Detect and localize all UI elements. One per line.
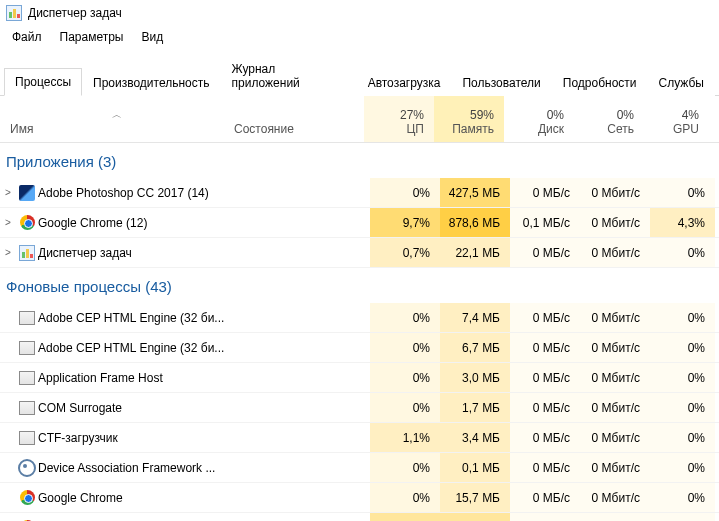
process-row[interactable]: Adobe CEP HTML Engine (32 би... 0% 7,4 М… xyxy=(0,303,719,333)
net-cell: 0 Мбит/с xyxy=(580,303,650,332)
expand-toggle xyxy=(0,483,16,512)
process-icon xyxy=(16,453,38,482)
net-cell: 0 Мбит/с xyxy=(580,453,650,482)
gpu-cell: 0% xyxy=(650,333,715,362)
process-state xyxy=(230,453,370,482)
process-row[interactable]: > Adobe Photoshop CC 2017 (14) 0% 427,5 … xyxy=(0,178,719,208)
disk-cell: 0 МБ/с xyxy=(510,178,580,207)
expand-toggle xyxy=(0,393,16,422)
tab-performance[interactable]: Производительность xyxy=(82,69,220,96)
mem-cell: 22,1 МБ xyxy=(440,238,510,267)
group-background[interactable]: Фоновые процессы (43) xyxy=(0,268,719,303)
tab-processes[interactable]: Процессы xyxy=(4,68,82,96)
net-cell: 0 Мбит/с xyxy=(580,483,650,512)
net-cell: 0 Мбит/с xyxy=(580,178,650,207)
disk-cell: 0 МБ/с xyxy=(510,333,580,362)
net-cell: 0 Мбит/с xyxy=(580,513,650,521)
task-manager-icon xyxy=(6,5,22,21)
disk-cell: 0 МБ/с xyxy=(510,513,580,521)
process-icon xyxy=(16,363,38,392)
task-manager-icon xyxy=(19,245,35,261)
gpu-cell: 0% xyxy=(650,453,715,482)
header-disk[interactable]: 0% Диск xyxy=(504,96,574,142)
process-row[interactable]: CTF-загрузчик 1,1% 3,4 МБ 0 МБ/с 0 Мбит/… xyxy=(0,423,719,453)
process-icon xyxy=(16,208,38,237)
process-row[interactable]: Google Chrome 5,0% 75,8 МБ 0 МБ/с 0 Мбит… xyxy=(0,513,719,521)
tab-services[interactable]: Службы xyxy=(648,69,715,96)
expand-toggle[interactable]: > xyxy=(0,238,16,267)
process-list: Приложения (3) > Adobe Photoshop CC 2017… xyxy=(0,143,719,521)
mem-cell: 7,4 МБ xyxy=(440,303,510,332)
expand-toggle xyxy=(0,423,16,452)
process-state xyxy=(230,303,370,332)
chrome-icon xyxy=(20,215,35,230)
tab-details[interactable]: Подробности xyxy=(552,69,648,96)
tab-startup[interactable]: Автозагрузка xyxy=(357,69,452,96)
menubar: Файл Параметры Вид xyxy=(0,26,719,50)
generic-app-icon xyxy=(19,401,35,415)
header-net-pct: 0% xyxy=(617,108,634,122)
process-name: CTF-загрузчик xyxy=(38,423,230,452)
header-mem-pct: 59% xyxy=(470,108,494,122)
cpu-cell: 0% xyxy=(370,483,440,512)
gpu-cell: 0% xyxy=(650,483,715,512)
header-name[interactable]: ︿ Имя xyxy=(0,96,224,142)
process-name: Google Chrome (12) xyxy=(38,208,230,237)
column-headers: ︿ Имя Состояние 27% ЦП 59% Память 0% Дис… xyxy=(0,96,719,143)
net-cell: 0 Мбит/с xyxy=(580,393,650,422)
process-icon xyxy=(16,513,38,521)
gpu-cell: 0% xyxy=(650,303,715,332)
menu-file[interactable]: Файл xyxy=(4,28,50,48)
process-icon xyxy=(16,393,38,422)
process-row[interactable]: Google Chrome 0% 15,7 МБ 0 МБ/с 0 Мбит/с… xyxy=(0,483,719,513)
header-state[interactable]: Состояние xyxy=(224,96,364,142)
group-applications[interactable]: Приложения (3) xyxy=(0,143,719,178)
process-state xyxy=(230,208,370,237)
net-cell: 0 Мбит/с xyxy=(580,238,650,267)
header-mem[interactable]: 59% Память xyxy=(434,96,504,142)
process-row[interactable]: Device Association Framework ... 0% 0,1 … xyxy=(0,453,719,483)
gpu-cell: 0% xyxy=(650,423,715,452)
group-background-label: Фоновые процессы (43) xyxy=(6,278,172,295)
disk-cell: 0 МБ/с xyxy=(510,453,580,482)
titlebar: Диспетчер задач xyxy=(0,0,719,26)
gpu-cell: 4,3% xyxy=(650,208,715,237)
mem-cell: 0,1 МБ xyxy=(440,453,510,482)
expand-toggle xyxy=(0,363,16,392)
tab-app-history[interactable]: Журнал приложений xyxy=(221,55,357,96)
header-net[interactable]: 0% Сеть xyxy=(574,96,644,142)
gpu-cell: 0% xyxy=(650,513,715,521)
process-name: Adobe CEP HTML Engine (32 би... xyxy=(38,303,230,332)
header-cpu[interactable]: 27% ЦП xyxy=(364,96,434,142)
disk-cell: 0 МБ/с xyxy=(510,423,580,452)
process-row[interactable]: Application Frame Host 0% 3,0 МБ 0 МБ/с … xyxy=(0,363,719,393)
tab-users[interactable]: Пользователи xyxy=(451,69,551,96)
expand-toggle[interactable]: > xyxy=(0,178,16,207)
net-cell: 0 Мбит/с xyxy=(580,208,650,237)
cpu-cell: 0% xyxy=(370,178,440,207)
disk-cell: 0 МБ/с xyxy=(510,303,580,332)
header-gpu[interactable]: 4% GPU xyxy=(644,96,709,142)
process-icon xyxy=(16,423,38,452)
header-state-label: Состояние xyxy=(234,122,364,136)
menu-options[interactable]: Параметры xyxy=(52,28,132,48)
header-cpu-label: ЦП xyxy=(406,122,424,136)
disk-cell: 0 МБ/с xyxy=(510,238,580,267)
gpu-cell: 0% xyxy=(650,238,715,267)
process-name: Adobe Photoshop CC 2017 (14) xyxy=(38,178,230,207)
mem-cell: 1,7 МБ xyxy=(440,393,510,422)
process-row[interactable]: > Google Chrome (12) 9,7% 878,6 МБ 0,1 М… xyxy=(0,208,719,238)
cpu-cell: 5,0% xyxy=(370,513,440,521)
process-icon xyxy=(16,483,38,512)
process-row[interactable]: > Диспетчер задач 0,7% 22,1 МБ 0 МБ/с 0 … xyxy=(0,238,719,268)
menu-view[interactable]: Вид xyxy=(133,28,171,48)
mem-cell: 3,4 МБ xyxy=(440,423,510,452)
generic-app-icon xyxy=(19,371,35,385)
expand-toggle[interactable]: > xyxy=(0,208,16,237)
process-row[interactable]: COM Surrogate 0% 1,7 МБ 0 МБ/с 0 Мбит/с … xyxy=(0,393,719,423)
process-row[interactable]: Adobe CEP HTML Engine (32 би... 0% 6,7 М… xyxy=(0,333,719,363)
disk-cell: 0 МБ/с xyxy=(510,483,580,512)
net-cell: 0 Мбит/с xyxy=(580,423,650,452)
gpu-cell: 0% xyxy=(650,178,715,207)
process-name: Adobe CEP HTML Engine (32 би... xyxy=(38,333,230,362)
